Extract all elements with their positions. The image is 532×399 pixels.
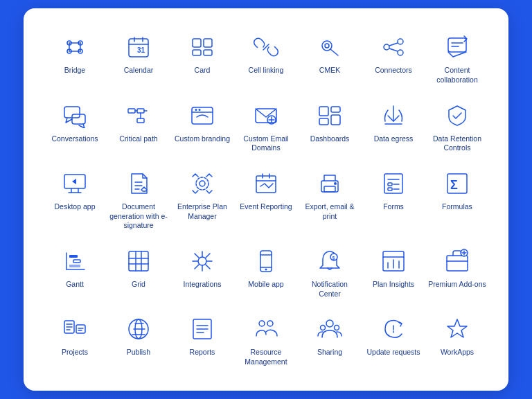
svg-point-39 — [199, 109, 201, 111]
forms-icon — [378, 168, 409, 199]
feature-item-event-reporting[interactable]: Event Reporting — [236, 164, 296, 235]
svg-point-86 — [265, 268, 267, 270]
svg-text:$: $ — [332, 255, 335, 260]
feature-item-workapps[interactable]: WorkApps — [427, 310, 488, 371]
feature-item-update-requests[interactable]: Update requests — [363, 310, 424, 371]
svg-rect-31 — [137, 109, 144, 113]
svg-rect-77 — [129, 251, 148, 271]
feature-item-mobile-app[interactable]: Mobile app — [236, 242, 296, 303]
svg-point-20 — [384, 44, 389, 50]
feature-item-connectors[interactable]: Connectors — [363, 28, 424, 89]
connectors-icon — [378, 32, 409, 62]
svg-point-55 — [200, 181, 205, 186]
feature-item-dashboards[interactable]: Dashboards — [299, 96, 360, 157]
svg-point-21 — [398, 39, 403, 44]
sharing-label: Sharing — [317, 348, 342, 357]
svg-point-117 — [321, 326, 326, 330]
feature-item-desktop-app[interactable]: Desktop app — [44, 164, 105, 235]
cell-linking-label: Cell linking — [249, 66, 284, 76]
feature-item-custom-email-domains[interactable]: Custom Email Domains — [236, 96, 296, 157]
feature-item-formulas[interactable]: ΣFormulas — [427, 164, 488, 235]
feature-item-calendar[interactable]: 31Calendar — [108, 28, 169, 89]
feature-item-data-egress[interactable]: Data egress — [363, 96, 424, 157]
content-collaboration-icon — [442, 32, 472, 62]
feature-item-custom-branding[interactable]: Custom branding — [172, 96, 233, 157]
feature-item-integrations[interactable]: Integrations — [172, 242, 233, 303]
feature-item-conversations[interactable]: Conversations — [44, 96, 105, 157]
reports-icon — [187, 314, 218, 344]
feature-item-document-generation[interactable]: Document generation with e-signature — [108, 164, 169, 235]
export-email-print-icon — [314, 168, 345, 199]
feature-item-card[interactable]: Card — [172, 28, 233, 89]
resource-management-icon — [251, 314, 281, 344]
formulas-label: Formulas — [442, 202, 472, 212]
svg-point-38 — [195, 109, 197, 111]
feature-item-critical-path[interactable]: Critical path — [108, 96, 169, 157]
feature-item-grid[interactable]: Grid — [108, 242, 169, 303]
feature-item-sharing[interactable]: Sharing — [299, 310, 360, 371]
svg-point-114 — [259, 321, 265, 326]
forms-label: Forms — [383, 202, 404, 212]
critical-path-icon — [123, 100, 154, 131]
update-requests-label: Update requests — [366, 348, 420, 357]
svg-point-63 — [334, 182, 337, 185]
event-reporting-icon — [251, 168, 281, 199]
resource-management-label: Resource Management — [237, 348, 295, 366]
connectors-label: Connectors — [375, 66, 412, 76]
document-generation-icon — [123, 168, 154, 199]
cmek-label: CMEK — [319, 66, 340, 76]
plan-insights-icon — [378, 246, 409, 276]
plan-insights-label: Plan Insights — [373, 280, 414, 290]
svg-text:Σ: Σ — [450, 178, 458, 192]
feature-item-enterprise-plan-manager[interactable]: Enterprise Plan Manager — [172, 164, 233, 235]
feature-item-bridge[interactable]: Bridge — [44, 28, 105, 89]
svg-rect-64 — [384, 174, 402, 193]
feature-item-premium-add-ons[interactable]: Premium Add-ons — [427, 242, 488, 303]
main-card: Bridge31CalendarCardCell linkingCMEKConn… — [24, 8, 508, 390]
feature-item-content-collaboration[interactable]: Content collaboration — [427, 28, 488, 89]
feature-item-projects[interactable]: Projects — [44, 310, 105, 371]
svg-rect-16 — [204, 50, 212, 55]
feature-item-cell-linking[interactable]: Cell linking — [236, 28, 296, 89]
svg-rect-62 — [324, 186, 335, 192]
critical-path-label: Critical path — [119, 134, 157, 144]
calendar-icon: 31 — [123, 32, 154, 62]
svg-point-56 — [196, 177, 209, 190]
svg-point-82 — [198, 257, 206, 265]
svg-rect-94 — [447, 256, 468, 271]
dashboards-label: Dashboards — [310, 134, 350, 144]
custom-branding-label: Custom branding — [175, 134, 230, 144]
feature-item-data-retention-controls[interactable]: Data Retention Controls — [427, 96, 488, 157]
svg-rect-15 — [193, 50, 201, 55]
feature-grid: Bridge31CalendarCardCell linkingCMEKConn… — [44, 28, 488, 371]
svg-rect-13 — [193, 39, 201, 47]
svg-rect-14 — [204, 39, 212, 47]
data-retention-controls-label: Data Retention Controls — [428, 134, 486, 153]
calendar-label: Calendar — [124, 66, 154, 76]
data-egress-icon — [378, 100, 409, 131]
integrations-icon — [187, 246, 218, 276]
feature-item-resource-management[interactable]: Resource Management — [236, 310, 296, 371]
svg-rect-102 — [76, 325, 85, 333]
feature-item-cmek[interactable]: CMEK — [299, 28, 360, 89]
svg-text:31: 31 — [137, 46, 145, 54]
feature-item-gantt[interactable]: Gantt — [44, 242, 105, 303]
feature-item-forms[interactable]: Forms — [363, 164, 424, 235]
sharing-icon — [314, 314, 345, 344]
svg-point-22 — [398, 50, 403, 55]
enterprise-plan-manager-label: Enterprise Plan Manager — [173, 202, 231, 221]
svg-rect-46 — [319, 118, 328, 125]
event-reporting-label: Event Reporting — [240, 202, 292, 212]
svg-rect-25 — [448, 38, 466, 52]
svg-point-116 — [326, 320, 333, 327]
workapps-label: WorkApps — [441, 348, 474, 357]
feature-item-publish[interactable]: Publish — [108, 310, 169, 371]
premium-add-ons-icon — [442, 246, 472, 276]
feature-item-reports[interactable]: Reports — [172, 310, 233, 371]
feature-item-plan-insights[interactable]: Plan Insights — [363, 242, 424, 303]
svg-rect-47 — [331, 115, 340, 125]
svg-rect-29 — [72, 114, 85, 124]
feature-item-export-email-print[interactable]: Export, email & print — [299, 164, 360, 235]
custom-email-domains-label: Custom Email Domains — [237, 134, 295, 153]
feature-item-notification-center[interactable]: $Notification Center — [299, 242, 360, 303]
